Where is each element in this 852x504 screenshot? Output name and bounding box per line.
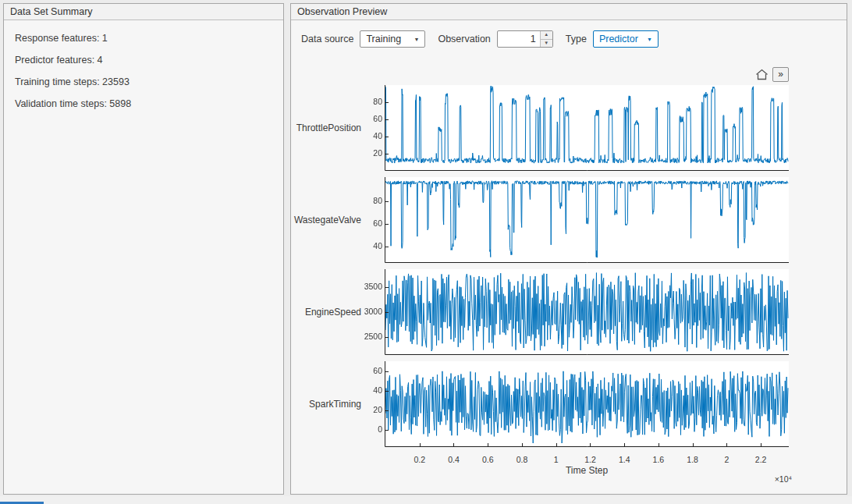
x-tick-label: 0.8 [517,455,528,464]
observation-chart-area: » ThrottlePosition WastegateValve Engine… [291,66,847,488]
x-axis-multiplier: ×10⁴ [775,474,792,484]
wastegate-valve-plot[interactable] [361,177,789,263]
spinner-buttons: ▲ ▼ [540,31,552,47]
observation-input[interactable] [498,31,540,47]
x-tick-label: 1 [554,455,559,464]
validation-time-steps-text: Validation time steps: 5898 [15,98,272,109]
series-label-engine-speed: EngineSpeed [291,307,361,318]
x-tick-label: 0.2 [414,455,425,464]
preview-toolbar: Data source Training ▼ Observation ▲ ▼ T… [291,20,847,48]
chevron-down-icon: ▼ [647,37,652,42]
x-tick-label: 1.4 [619,455,630,464]
subplot-wastegate-valve: WastegateValve [291,177,847,263]
expand-axes-toolbar-button[interactable]: » [772,67,789,82]
data-source-dropdown[interactable]: Training ▼ [360,30,425,48]
type-value: Predictor [599,34,638,44]
chevron-down-icon: ▼ [414,37,419,42]
observation-spinbox: ▲ ▼ [497,30,553,48]
spinner-down-button[interactable]: ▼ [541,40,552,48]
type-label: Type [566,34,587,44]
predictor-features-text: Predictor features: 4 [15,55,272,66]
x-tick-label: 1.8 [687,455,698,464]
response-features-text: Response features: 1 [15,33,272,44]
training-time-steps-text: Training time steps: 23593 [15,76,272,87]
x-tick-label: 0.6 [482,455,494,464]
type-dropdown[interactable]: Predictor ▼ [593,30,659,48]
panel-title-text: Observation Preview [297,6,387,17]
spark-timing-plot[interactable] [361,361,789,447]
series-label-spark-timing: SparkTiming [291,399,361,410]
x-tick-label: 2.2 [755,455,767,464]
axes-toolbar: » [291,66,789,82]
panel-title-text: Data Set Summary [10,6,93,17]
observation-preview-title: Observation Preview [291,4,847,20]
x-tick-label: 1.6 [653,455,665,464]
x-tick-label: 2 [724,455,729,464]
data-set-summary-title: Data Set Summary [4,4,283,20]
series-label-throttle-position: ThrottlePosition [291,122,361,133]
observation-preview-panel: Observation Preview Data source Training… [290,3,847,495]
data-source-label: Data source [301,34,353,44]
series-label-wastegate-valve: WastegateValve [291,215,361,225]
data-set-summary-panel: Data Set Summary Response features: 1 Pr… [3,3,284,495]
x-axis: Time Step ×10⁴ 0.20.40.60.811.21.41.61.8… [385,453,789,488]
subplot-throttle-position: ThrottlePosition [291,85,847,171]
observation-label: Observation [438,34,490,44]
x-tick-label: 0.4 [448,455,460,464]
x-tick-label: 1.2 [584,455,596,464]
engine-speed-plot[interactable] [361,269,789,355]
x-axis-label: Time Step [385,465,789,476]
throttle-position-plot[interactable] [361,85,789,171]
restore-view-button[interactable] [754,67,770,82]
window-bottom-edge [0,496,852,504]
home-icon [755,69,769,80]
subplot-spark-timing: SparkTiming [291,361,847,447]
subplot-engine-speed: EngineSpeed [291,269,847,355]
data-source-value: Training [366,34,401,44]
spinner-up-button[interactable]: ▲ [541,31,552,40]
